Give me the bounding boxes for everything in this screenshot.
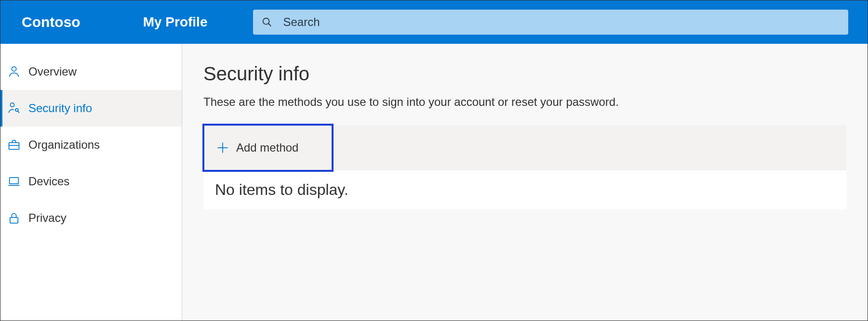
sidebar-item-devices[interactable]: Devices xyxy=(0,163,182,200)
lock-icon xyxy=(7,211,21,225)
laptop-icon xyxy=(7,175,21,188)
sidebar-item-overview[interactable]: Overview xyxy=(0,53,182,90)
page-section-label: My Profile xyxy=(143,14,208,30)
search-container[interactable] xyxy=(253,10,848,35)
svg-rect-8 xyxy=(10,218,18,223)
page-subtitle: These are the methods you use to sign in… xyxy=(203,95,846,109)
svg-rect-7 xyxy=(10,178,19,184)
sidebar-item-label: Security info xyxy=(28,102,92,115)
main-content: Security info These are the methods you … xyxy=(182,44,868,321)
briefcase-icon xyxy=(7,138,21,152)
sidebar-item-organizations[interactable]: Organizations xyxy=(0,127,182,163)
person-key-icon xyxy=(7,102,21,115)
items-panel: No items to display. xyxy=(203,170,846,209)
svg-point-3 xyxy=(10,103,14,107)
sidebar-item-label: Devices xyxy=(28,175,69,188)
sidebar-item-privacy[interactable]: Privacy xyxy=(0,200,182,236)
svg-point-0 xyxy=(263,18,269,25)
methods-toolbar: Add method xyxy=(203,125,846,170)
sidebar-item-security-info[interactable]: Security info xyxy=(0,90,182,127)
svg-line-1 xyxy=(268,24,271,26)
sidebar-item-label: Privacy xyxy=(28,211,67,225)
search-input[interactable] xyxy=(283,15,840,29)
brand-name: Contoso xyxy=(22,14,80,30)
header: Contoso My Profile xyxy=(0,0,868,44)
page-title: Security info xyxy=(203,63,846,85)
sidebar: Overview Security info Or xyxy=(0,44,182,321)
add-method-button[interactable]: Add method xyxy=(202,124,334,172)
svg-point-2 xyxy=(12,67,16,71)
sidebar-item-label: Organizations xyxy=(28,138,100,152)
svg-rect-5 xyxy=(9,142,19,149)
search-icon xyxy=(262,17,272,27)
plus-icon xyxy=(216,141,229,154)
person-icon xyxy=(7,65,21,78)
sidebar-item-label: Overview xyxy=(28,65,77,78)
add-method-label: Add method xyxy=(236,141,298,154)
no-items-message: No items to display. xyxy=(215,181,835,199)
